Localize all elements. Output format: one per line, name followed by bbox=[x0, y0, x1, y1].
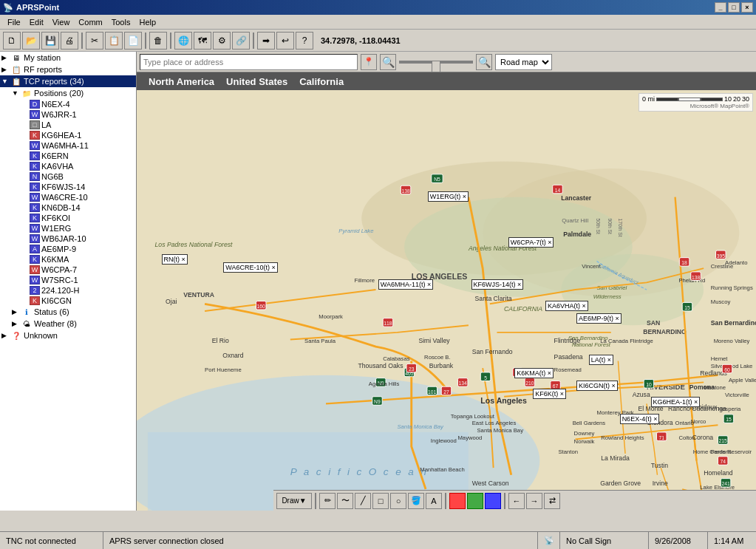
print-button[interactable]: 🖨 bbox=[61, 32, 78, 50]
menu-file[interactable]: File bbox=[3, 16, 25, 28]
draw-color2[interactable] bbox=[467, 493, 483, 509]
marker-ki6cgn[interactable]: KI6CGN(t) × bbox=[576, 381, 618, 391]
sidebar-item-status[interactable]: ▶ ℹ Status (6) bbox=[0, 306, 136, 318]
arrow-button[interactable]: ➡ bbox=[257, 32, 275, 50]
draw-curve[interactable]: 〜 bbox=[337, 493, 353, 509]
map-container[interactable]: 📍 🔍 🔍 Road map Aerial Hybrid North Ameri… bbox=[137, 52, 756, 511]
draw-rect[interactable]: □ bbox=[372, 493, 389, 509]
cut-button[interactable]: ✂ bbox=[86, 32, 103, 50]
sep-draw2 bbox=[445, 493, 446, 509]
draw-ellipse[interactable]: ○ bbox=[390, 493, 406, 509]
search-input[interactable] bbox=[140, 54, 358, 70]
connect-button[interactable]: 🔗 bbox=[232, 32, 250, 50]
sidebar-item-weather[interactable]: ▶ 🌤 Weather (8) bbox=[0, 318, 136, 330]
sidebar-item-w6cpa7[interactable]: W W6CPA-7 bbox=[0, 265, 136, 275]
zoom-out-button[interactable]: 🔍 bbox=[476, 54, 492, 70]
marker-ka6vha[interactable]: KA6VHA(t) × bbox=[545, 301, 588, 311]
delete-button[interactable]: 🗑 bbox=[149, 32, 167, 50]
menu-comm[interactable]: Comm bbox=[74, 16, 106, 28]
marker-wa6cre10[interactable]: WA6CRE-10(t) × bbox=[223, 262, 277, 273]
sidebar-item-n6ex4[interactable]: D N6EX-4 bbox=[0, 99, 136, 109]
sidebar-item-positions[interactable]: ▼ 📁 Positions (20) bbox=[0, 87, 136, 99]
sidebar-item-rf-reports[interactable]: ▶ 📋 RF reports bbox=[0, 64, 136, 75]
svg-text:5: 5 bbox=[484, 375, 487, 381]
sidebar-item-kf6koi[interactable]: K KF6KOI bbox=[0, 213, 136, 223]
help-button[interactable]: ? bbox=[296, 32, 313, 50]
marker-k6kma[interactable]: K6KMA(t) × bbox=[514, 368, 554, 378]
maximize-button[interactable]: □ bbox=[728, 2, 740, 13]
sidebar-item-k6ern[interactable]: K K6ERN bbox=[0, 151, 136, 161]
station-icon: W bbox=[30, 234, 40, 243]
menu-tools[interactable]: Tools bbox=[107, 16, 135, 28]
draw-fill[interactable]: 🪣 bbox=[408, 493, 424, 509]
draw-text[interactable]: A bbox=[426, 493, 442, 509]
sidebar-item-k6kma[interactable]: K K6KMA bbox=[0, 254, 136, 265]
config-button[interactable]: ⚙ bbox=[213, 32, 231, 50]
marker-la[interactable]: LA(t) × bbox=[589, 355, 613, 365]
sidebar-item-my-station[interactable]: ▶ 🖥 My station bbox=[0, 52, 136, 64]
sidebar-item-w6jrr1[interactable]: W W6JRR-1 bbox=[0, 109, 136, 120]
breadcrumb-united-states[interactable]: United States bbox=[220, 76, 293, 87]
close-button[interactable]: × bbox=[741, 2, 753, 13]
sidebar-item-w1erg[interactable]: W W1ERG bbox=[0, 223, 136, 233]
sidebar-item-wa6cre10[interactable]: W WA6CRE-10 bbox=[0, 192, 136, 202]
menu-help[interactable]: Help bbox=[134, 16, 160, 28]
sidebar-item-ki6cgn[interactable]: K KI6CGN bbox=[0, 296, 136, 306]
marker-w6cpa7[interactable]: W6CPA-7(t) × bbox=[508, 237, 554, 248]
menu-view[interactable]: View bbox=[48, 16, 75, 28]
draw-line[interactable]: ╱ bbox=[355, 493, 371, 509]
svg-text:California Aqueduct: California Aqueduct bbox=[597, 262, 640, 287]
copy-button[interactable]: 📋 bbox=[105, 32, 123, 50]
marker-ae6mp9[interactable]: AE6MP-9(t) × bbox=[576, 313, 622, 324]
marker-wa6mha11[interactable]: WA6MHA-11(t) × bbox=[378, 279, 433, 290]
sidebar-item-ka6vha[interactable]: K KA6VHA bbox=[0, 161, 136, 171]
draw-pencil[interactable]: ✏ bbox=[319, 493, 336, 509]
map-type-select[interactable]: Road map Aerial Hybrid bbox=[495, 54, 552, 70]
sidebar-item-tcp-reports[interactable]: ▼ 📋 TCP reports (34) bbox=[0, 75, 136, 87]
new-button[interactable]: 🗋 bbox=[3, 32, 21, 50]
sidebar-item-ng6b[interactable]: N NG6B bbox=[0, 171, 136, 182]
breadcrumb-north-america[interactable]: North America bbox=[143, 76, 220, 87]
svg-text:Topanga Lookout: Topanga Lookout bbox=[451, 413, 495, 420]
minimize-button[interactable]: _ bbox=[715, 2, 726, 13]
sidebar-item-kf6wjs14[interactable]: K KF6WJS-14 bbox=[0, 182, 136, 192]
sidebar-item-unknown[interactable]: ▶ ❓ Unknown bbox=[0, 330, 136, 341]
station-icon: W bbox=[30, 224, 40, 233]
sidebar-item-wb6jar10[interactable]: W WB6JAR-10 bbox=[0, 233, 136, 244]
svg-text:Adelanto: Adelanto bbox=[725, 259, 747, 266]
save-button[interactable]: 💾 bbox=[41, 32, 59, 50]
search-pin-button[interactable]: 📍 bbox=[361, 54, 377, 70]
draw-color1[interactable] bbox=[449, 493, 466, 509]
draw-color3[interactable] bbox=[485, 493, 501, 509]
draw-arrow1[interactable]: ← bbox=[508, 493, 525, 509]
open-button[interactable]: 📂 bbox=[22, 32, 40, 50]
marker-rn[interactable]: RN(t) × bbox=[162, 254, 188, 265]
svg-point-4 bbox=[483, 168, 739, 297]
marker-kf6k[interactable]: KF6K(t) × bbox=[533, 389, 566, 399]
sidebar-item-w7src1[interactable]: W W7SRC-1 bbox=[0, 275, 136, 285]
breadcrumb-california[interactable]: California bbox=[293, 76, 350, 87]
back-button[interactable]: ↩ bbox=[276, 32, 294, 50]
sep1 bbox=[81, 33, 83, 49]
marker-n6ex4[interactable]: N6EX-4(t) × bbox=[620, 414, 660, 424]
sidebar-item-wa6mha11[interactable]: W WA6MHA-11 bbox=[0, 140, 136, 151]
sidebar-item-224120h[interactable]: 2 224.120-H bbox=[0, 285, 136, 296]
globe-button[interactable]: 🌐 bbox=[174, 32, 192, 50]
sidebar-item-kn6db14[interactable]: K KN6DB-14 bbox=[0, 202, 136, 213]
draw-arrow2[interactable]: → bbox=[526, 493, 542, 509]
zoom-in-button[interactable]: 🔍 bbox=[380, 54, 396, 70]
marker-kg6hea1[interactable]: KG6HEA-1(t) × bbox=[651, 397, 701, 407]
menu-edit[interactable]: Edit bbox=[25, 16, 48, 28]
marker-kf6wjs14[interactable]: KF6WJS-14(t) × bbox=[471, 279, 524, 290]
draw-dropdown[interactable]: Draw▼ bbox=[276, 493, 312, 509]
marker-w1erg[interactable]: W1ERG(t) × bbox=[428, 191, 469, 202]
draw-double-arrow[interactable]: ⇄ bbox=[544, 493, 560, 509]
sidebar-item-la[interactable]: □ LA bbox=[0, 120, 136, 130]
paste-button[interactable]: 📄 bbox=[124, 32, 142, 50]
zoom-slider[interactable] bbox=[399, 56, 473, 68]
map-button[interactable]: 🗺 bbox=[194, 32, 211, 50]
sidebar-item-ae6mp9[interactable]: A AE6MP-9 bbox=[0, 244, 136, 254]
sidebar-label-ng6b: NG6B bbox=[41, 172, 64, 181]
map-image[interactable]: Angeles National Forest CALIFORNIA San G… bbox=[137, 90, 756, 511]
sidebar-item-kg6hea1[interactable]: K KG6HEA-1 bbox=[0, 130, 136, 140]
